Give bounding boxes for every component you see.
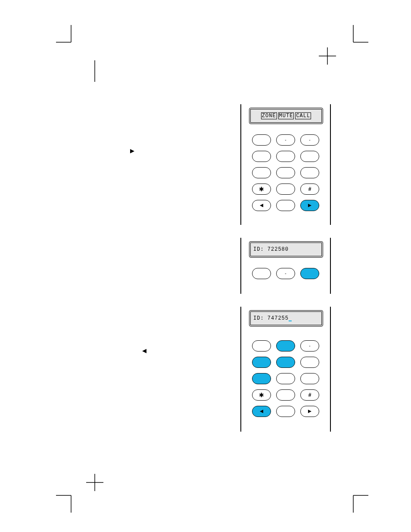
keypad-key[interactable] [276, 357, 295, 368]
crop-mark-bl [56, 482, 86, 513]
dash-icon: - [285, 137, 286, 142]
keypad-key[interactable]: - [276, 134, 295, 146]
hash-icon: # [308, 186, 311, 192]
keypad-key[interactable] [300, 268, 319, 279]
star-icon: ✱ [259, 186, 264, 193]
keypad-key[interactable] [252, 268, 271, 279]
keypad-panel-2: ID: 722580 - [240, 238, 331, 294]
keypad-key[interactable] [276, 200, 295, 211]
hash-icon: # [308, 392, 311, 398]
keypad-key[interactable]: - [276, 268, 295, 279]
keypad-key[interactable]: # [300, 389, 319, 401]
keypad-key[interactable]: - [300, 340, 319, 352]
svg-marker-18 [308, 410, 311, 413]
svg-marker-15 [260, 204, 263, 207]
keypad-grid-1: --✱# [240, 134, 331, 211]
star-icon: ✱ [259, 392, 264, 398]
registration-cross-bl [86, 474, 103, 491]
crop-mark-br [338, 482, 368, 513]
keypad-key[interactable]: # [300, 184, 319, 195]
lcd-item-zone: ZONE [261, 112, 277, 119]
lcd-cursor [289, 320, 292, 321]
dash-icon: - [309, 343, 310, 348]
keypad-key[interactable] [252, 340, 271, 352]
keypad-key[interactable] [252, 357, 271, 368]
keypad-key[interactable] [252, 151, 271, 162]
lcd-text-2: ID: 722580 [251, 246, 289, 252]
keypad-key[interactable] [300, 200, 319, 211]
lcd-item-mute: MUTE [278, 112, 294, 119]
keypad-key[interactable] [276, 340, 295, 352]
lcd-display-2: ID: 722580 [249, 241, 323, 258]
keypad-key[interactable] [252, 200, 271, 211]
keypad-key[interactable]: - [300, 134, 319, 146]
keypad-key[interactable] [276, 184, 295, 195]
svg-marker-16 [308, 204, 311, 207]
dash-icon: - [309, 137, 310, 142]
keypad-grid-3: -✱# [240, 340, 331, 417]
keypad-key[interactable]: ✱ [252, 389, 271, 401]
arrow-right-icon [130, 149, 136, 153]
keypad-panel-3: ID: 747255 -✱# [240, 307, 331, 432]
lcd-text-3: ID: 747255 [251, 315, 292, 321]
arrow-left-icon [142, 349, 148, 353]
keypad-key[interactable] [276, 373, 295, 384]
registration-cross-tr [319, 47, 336, 65]
keypad-key[interactable] [300, 406, 319, 417]
keypad-key[interactable] [300, 373, 319, 384]
keypad-key[interactable] [252, 373, 271, 384]
crop-mark-tl [56, 25, 86, 55]
crop-mark-tr [338, 25, 368, 55]
keypad-key[interactable] [252, 134, 271, 146]
lcd-item-call: CALL [295, 112, 311, 119]
svg-marker-17 [260, 410, 263, 413]
keypad-grid-2: - [240, 268, 331, 279]
dash-icon: - [285, 271, 286, 276]
crop-tick-top [90, 60, 99, 82]
keypad-key[interactable] [276, 406, 295, 417]
keypad-panel-1: ZONE MUTE CALL --✱# [240, 104, 331, 225]
lcd-display-3: ID: 747255 [249, 310, 323, 327]
svg-marker-13 [130, 149, 134, 153]
keypad-key[interactable] [276, 389, 295, 401]
lcd-display-1: ZONE MUTE CALL [249, 108, 323, 124]
keypad-key[interactable] [252, 167, 271, 178]
keypad-key[interactable] [300, 151, 319, 162]
keypad-key[interactable] [276, 167, 295, 178]
keypad-key[interactable] [276, 151, 295, 162]
keypad-key[interactable] [300, 357, 319, 368]
keypad-key[interactable]: ✱ [252, 184, 271, 195]
keypad-key[interactable] [300, 167, 319, 178]
svg-marker-14 [142, 349, 146, 353]
keypad-key[interactable] [252, 406, 271, 417]
